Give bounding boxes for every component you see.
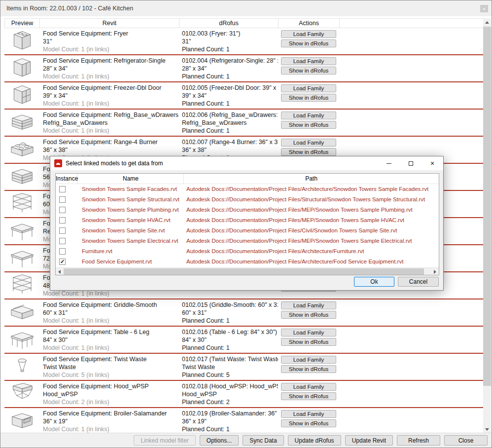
actions-cell: Load Family Show in dRofus bbox=[278, 28, 339, 54]
load-family-button[interactable]: Load Family bbox=[281, 57, 336, 65]
show-in-drofus-button[interactable]: Show in dRofus bbox=[281, 121, 336, 129]
row-filler bbox=[339, 354, 484, 380]
window-close-button[interactable]: × bbox=[480, 5, 488, 12]
load-family-button[interactable]: Load Family bbox=[281, 112, 336, 119]
load-family-button[interactable]: Load Family bbox=[281, 356, 336, 364]
instance-checkbox[interactable] bbox=[59, 238, 66, 244]
drofus-cell: 0102.016 (Table - 6 Leg: 84" x 30") 84" … bbox=[179, 327, 278, 353]
instance-checkbox[interactable] bbox=[59, 217, 66, 224]
linked-model-path: Autodesk Docs://Documentation/Project Fi… bbox=[184, 236, 439, 246]
show-in-drofus-button[interactable]: Show in dRofus bbox=[281, 94, 336, 102]
item-preview bbox=[4, 381, 39, 407]
item-thumbnail-icon bbox=[8, 138, 36, 161]
scroll-down-button[interactable] bbox=[483, 425, 491, 433]
cancel-button[interactable]: Cancel bbox=[398, 277, 439, 287]
revit-type-name: 36" x 38" bbox=[43, 146, 179, 154]
instance-checkbox[interactable] bbox=[59, 227, 66, 234]
show-in-drofus-button[interactable]: Show in dRofus bbox=[281, 338, 336, 346]
vertical-scroll-thumb[interactable] bbox=[483, 27, 491, 386]
drofus-cell: 0102.018 (Hood_wPSP: Hood_wPSP Hood_wPSP… bbox=[179, 381, 278, 407]
actions-cell: Load Family Show in dRofus bbox=[278, 381, 339, 407]
model-count: Model Count: 1 (in links) bbox=[43, 425, 179, 433]
footer-button-close[interactable]: Close bbox=[444, 435, 488, 446]
instance-checkbox[interactable] bbox=[59, 186, 66, 192]
dialog-horizontal-scrollbar[interactable] bbox=[56, 267, 439, 275]
instance-cell bbox=[56, 225, 78, 236]
instance-cell: ✓ bbox=[56, 257, 78, 267]
instance-checkbox[interactable] bbox=[59, 196, 66, 203]
footer-button-update-revit[interactable]: Update Revit bbox=[345, 435, 393, 446]
dialog-minimize-button[interactable] bbox=[378, 156, 400, 170]
drofus-type-name: 28" x 34" bbox=[182, 65, 278, 73]
instance-checkbox[interactable]: ✓ bbox=[59, 259, 66, 265]
column-header-preview: Preview bbox=[5, 19, 40, 28]
drofus-item-code: 0102.006 (Refrig_Base_wDrawers: Re bbox=[182, 111, 278, 119]
planned-count: Planned Count: 5 bbox=[182, 371, 278, 379]
load-family-button[interactable]: Load Family bbox=[281, 410, 336, 418]
drofus-item-code: 0102.005 (Freezer-Dbl Door: 39" x 3 bbox=[182, 84, 278, 92]
load-family-button[interactable]: Load Family bbox=[281, 329, 336, 336]
linked-model-row: Furniture.rvt Autodesk Docs://Documentat… bbox=[56, 246, 439, 257]
footer-button-refresh[interactable]: Refresh bbox=[397, 435, 440, 446]
item-thumbnail-icon bbox=[8, 165, 36, 188]
ok-button[interactable]: Ok bbox=[354, 277, 394, 287]
column-header-drofus: dRofus bbox=[179, 19, 279, 28]
table-row: Food Service Equipment: Refrigerator-Sin… bbox=[4, 55, 484, 82]
linked-model-name: Snowdon Towers Sample Site.rvt bbox=[78, 225, 184, 236]
row-filler bbox=[339, 82, 484, 109]
instance-checkbox[interactable] bbox=[59, 207, 66, 213]
row-filler bbox=[339, 408, 484, 434]
load-family-button[interactable]: Load Family bbox=[281, 383, 336, 391]
drofus-cell: 0102.005 (Freezer-Dbl Door: 39" x 3 39" … bbox=[179, 82, 278, 109]
load-family-button[interactable]: Load Family bbox=[281, 84, 336, 92]
column-header-instance: Instance bbox=[56, 174, 78, 184]
linked-models-header: Instance Name Path bbox=[56, 174, 439, 184]
triangle-right-icon bbox=[434, 270, 436, 274]
load-family-button[interactable]: Load Family bbox=[281, 30, 336, 38]
item-preview bbox=[4, 327, 39, 353]
scroll-up-button[interactable] bbox=[483, 18, 491, 26]
dialog-maximize-button[interactable] bbox=[400, 156, 422, 170]
drofus-item-code: 0102.018 (Hood_wPSP: Hood_wPSP bbox=[182, 382, 278, 390]
revit-type-name: 60" x 31" bbox=[43, 309, 179, 317]
dialog-close-button[interactable]: × bbox=[422, 156, 443, 170]
linked-model-path: Autodesk Docs://Documentation/Project Fi… bbox=[184, 184, 439, 194]
linked-model-rows: Snowdon Towers Sample Facades.rvt Autode… bbox=[56, 184, 439, 267]
show-in-drofus-button[interactable]: Show in dRofus bbox=[281, 39, 336, 47]
item-preview bbox=[4, 164, 39, 190]
table-header-filler bbox=[340, 19, 483, 28]
revit-type-name: 84" x 30" bbox=[43, 336, 179, 344]
drofus-type-name: 36" x 38" bbox=[182, 146, 278, 154]
item-thumbnail-icon bbox=[8, 382, 36, 406]
footer-button-options[interactable]: Options... bbox=[200, 435, 239, 446]
row-filler bbox=[339, 299, 484, 326]
show-in-drofus-button[interactable]: Show in dRofus bbox=[281, 365, 336, 373]
show-in-drofus-button[interactable]: Show in dRofus bbox=[281, 392, 336, 400]
show-in-drofus-button[interactable]: Show in dRofus bbox=[281, 67, 336, 75]
instance-checkbox[interactable] bbox=[59, 248, 66, 255]
footer-button-update-drofus[interactable]: Update dRofus bbox=[288, 435, 341, 446]
scroll-left-button[interactable] bbox=[56, 268, 63, 275]
load-family-button[interactable]: Load Family bbox=[281, 301, 336, 309]
table-row: Food Service Equipment: Table - 6 Leg 84… bbox=[4, 327, 484, 354]
show-in-drofus-button[interactable]: Show in dRofus bbox=[281, 148, 336, 156]
dialog-titlebar: Select linked models to get data from × bbox=[50, 156, 443, 170]
item-thumbnail-icon bbox=[8, 30, 36, 53]
load-family-button[interactable]: Load Family bbox=[281, 139, 336, 147]
linked-model-name: Snowdon Towers Sample Electrical.rvt bbox=[78, 236, 184, 246]
item-preview bbox=[4, 137, 39, 163]
revit-cell: Food Service Equipment: Refrigerator-Sin… bbox=[39, 55, 179, 81]
scroll-right-button[interactable] bbox=[431, 268, 439, 275]
show-in-drofus-button[interactable]: Show in dRofus bbox=[281, 311, 336, 319]
item-thumbnail-icon bbox=[8, 328, 36, 351]
show-in-drofus-button[interactable]: Show in dRofus bbox=[281, 419, 336, 427]
vertical-scrollbar[interactable] bbox=[483, 18, 491, 433]
revit-cell: Food Service Equipment: Broiler-Salamand… bbox=[39, 408, 179, 434]
footer-button-sync-data[interactable]: Sync Data bbox=[243, 435, 283, 446]
planned-count: Planned Count: 1 bbox=[182, 317, 278, 325]
horizontal-scroll-thumb[interactable] bbox=[64, 268, 424, 275]
instance-cell bbox=[56, 215, 78, 225]
item-thumbnail-icon bbox=[8, 111, 36, 134]
revit-family-name: Food Service Equipment: Fryer bbox=[43, 30, 179, 37]
model-count: Model Count: 1 (in links) bbox=[43, 127, 179, 135]
